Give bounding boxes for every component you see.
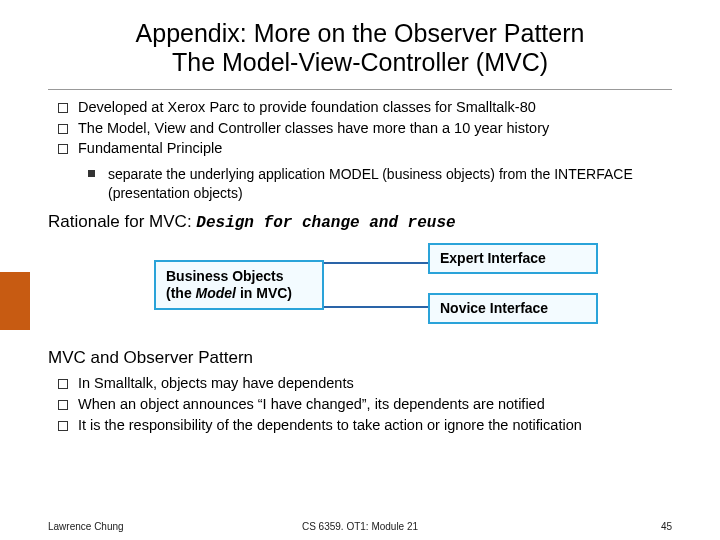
t: Model [196, 285, 236, 301]
bullet-list-2: In Smalltalk, objects may have dependent… [58, 374, 672, 435]
section-observer-heading: MVC and Observer Pattern [48, 348, 672, 368]
list-item: Developed at Xerox Parc to provide found… [58, 98, 672, 118]
title-line-2: The Model-View-Controller (MVC) [40, 48, 680, 77]
box-business-objects: Business Objects (the Model in MVC) [154, 260, 324, 310]
box-text: Novice Interface [440, 300, 548, 316]
title-rule [48, 89, 672, 90]
connector-line [324, 262, 428, 264]
t: (the [166, 285, 196, 301]
list-item: separate the underlying application MODE… [88, 165, 672, 203]
box-expert-interface: Expert Interface [428, 243, 598, 274]
content-area: Developed at Xerox Parc to provide found… [0, 98, 720, 435]
bullet-list-1: Developed at Xerox Parc to provide found… [58, 98, 672, 159]
t: in MVC) [236, 285, 292, 301]
page-number: 45 [661, 521, 672, 532]
list-item: When an object announces “I have changed… [58, 395, 672, 415]
mvc-diagram: Business Objects (the Model in MVC) Expe… [48, 238, 672, 338]
footer-author: Lawrence Chung [48, 521, 124, 532]
accent-bar [0, 272, 30, 330]
box-text: Business Objects [166, 268, 312, 285]
connector-line [324, 306, 428, 308]
box-text: (the Model in MVC) [166, 285, 312, 302]
footer-course: CS 6359. OT1: Module 21 [302, 521, 418, 532]
list-item: Fundamental Principle [58, 139, 672, 159]
box-text: Expert Interface [440, 250, 546, 266]
box-novice-interface: Novice Interface [428, 293, 598, 324]
rationale-em: Design for change and reuse [196, 214, 455, 232]
title-line-1: Appendix: More on the Observer Pattern [40, 18, 680, 48]
list-item: It is the responsibility of the dependen… [58, 416, 672, 436]
rationale-label: Rationale for MVC: [48, 212, 192, 231]
list-item: In Smalltalk, objects may have dependent… [58, 374, 672, 394]
rationale-heading: Rationale for MVC: Design for change and… [48, 212, 672, 232]
sub-bullet-list: separate the underlying application MODE… [88, 165, 672, 203]
list-item: The Model, View and Controller classes h… [58, 119, 672, 139]
footer: Lawrence Chung CS 6359. OT1: Module 21 4… [48, 521, 672, 532]
title-block: Appendix: More on the Observer Pattern T… [0, 0, 720, 87]
